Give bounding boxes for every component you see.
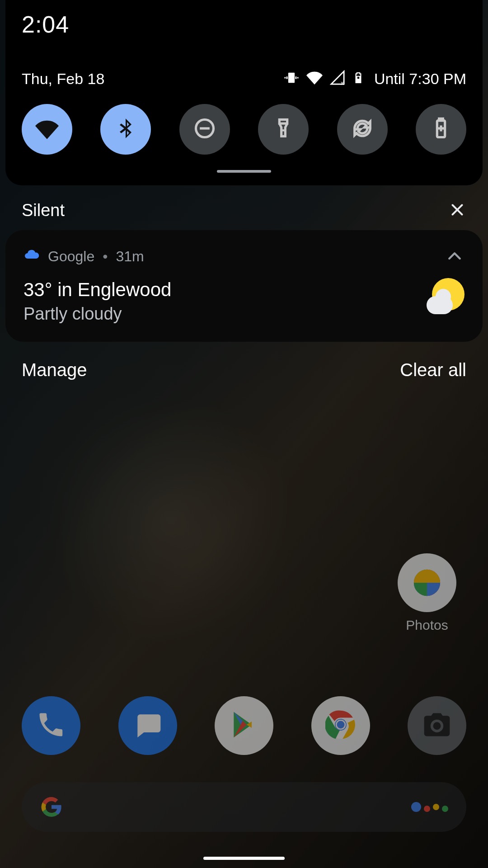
messages-icon — [132, 709, 163, 742]
notification-header: Google • 31m — [23, 246, 465, 266]
quick-settings-panel: 2:04 Thu, Feb 18 x Until 7:30 PM — [5, 0, 483, 185]
home-screen: Photos — [0, 696, 488, 868]
qs-tile-battery-saver[interactable] — [416, 104, 466, 155]
notification-app-name: Google — [48, 248, 94, 265]
notification-collapse-button[interactable] — [445, 247, 465, 267]
notification-title: 33° in Englewood — [23, 279, 465, 301]
photos-icon — [398, 553, 456, 612]
qs-tile-flashlight[interactable] — [258, 104, 309, 155]
cloud-icon — [23, 246, 40, 266]
dock — [22, 696, 466, 755]
manage-button[interactable]: Manage — [22, 360, 87, 380]
wifi-status-icon — [306, 70, 323, 88]
qs-tile-bluetooth[interactable] — [100, 104, 151, 155]
qs-tiles — [22, 104, 466, 155]
bluetooth-icon — [114, 117, 137, 142]
battery-until-label: Until 7:30 PM — [374, 70, 466, 88]
battery-saver-icon — [429, 117, 453, 142]
notification-subtitle: Partly cloudy — [23, 304, 465, 324]
cellular-status-icon: x — [330, 70, 345, 87]
status-date[interactable]: Thu, Feb 18 — [22, 70, 104, 88]
autorotate-icon — [351, 117, 374, 142]
notification-actions: Manage Clear all — [0, 342, 488, 398]
separator-dot: • — [103, 248, 108, 265]
clear-all-button[interactable]: Clear all — [400, 360, 466, 380]
notification-age: 31m — [116, 248, 144, 265]
camera-icon — [422, 709, 452, 742]
chevron-up-icon — [446, 247, 464, 267]
svg-rect-1 — [357, 79, 360, 82]
dismiss-section-button[interactable] — [448, 202, 466, 220]
svg-point-15 — [336, 720, 345, 729]
svg-text:x: x — [341, 80, 344, 85]
dock-app-play-store[interactable] — [215, 696, 273, 755]
battery-status-icon — [352, 70, 364, 87]
svg-rect-7 — [439, 118, 443, 120]
status-clock: 2:04 — [22, 11, 466, 38]
dock-app-camera[interactable] — [408, 696, 466, 755]
section-title: Silent — [22, 201, 65, 220]
dnd-icon — [193, 117, 216, 142]
google-search-bar[interactable] — [22, 782, 466, 832]
qs-status-row: Thu, Feb 18 x Until 7:30 PM — [22, 70, 466, 88]
assistant-icon[interactable] — [411, 802, 448, 812]
qs-tile-autorotate[interactable] — [337, 104, 388, 155]
app-shortcut-photos[interactable]: Photos — [398, 553, 456, 633]
wifi-icon — [35, 117, 59, 142]
dock-app-messages[interactable] — [118, 696, 177, 755]
play-store-icon — [229, 709, 259, 742]
qs-expand-handle[interactable] — [217, 170, 271, 173]
vibrate-icon — [284, 70, 299, 87]
google-logo-icon — [40, 795, 63, 819]
phone-icon — [36, 709, 66, 742]
svg-rect-4 — [280, 120, 287, 124]
qs-tile-wifi[interactable] — [22, 104, 72, 155]
flashlight-icon — [272, 117, 295, 142]
dock-app-phone[interactable] — [22, 696, 80, 755]
chrome-icon — [325, 709, 356, 742]
notification-card[interactable]: Google • 31m 33° in Englewood Partly clo… — [5, 230, 483, 342]
close-icon — [449, 202, 465, 220]
dock-app-chrome[interactable] — [311, 696, 370, 755]
notification-section-header: Silent — [0, 185, 488, 230]
gesture-nav-handle[interactable] — [203, 857, 285, 860]
status-icons: x Until 7:30 PM — [284, 70, 466, 88]
qs-tile-dnd[interactable] — [179, 104, 230, 155]
app-label: Photos — [398, 618, 456, 633]
weather-partly-cloudy-icon — [427, 278, 465, 316]
